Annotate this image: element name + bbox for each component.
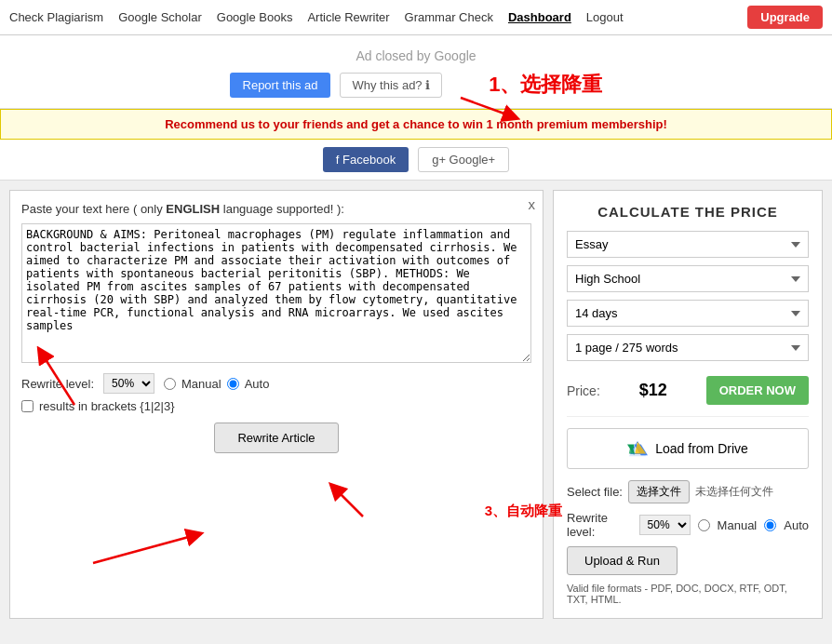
drive-icon — [627, 438, 648, 459]
manual-label2: Manual — [718, 518, 758, 532]
nav-dashboard[interactable]: Dashboard — [508, 10, 571, 24]
valid-formats-text: Valid file formats - PDF, DOC, DOCX, RTF… — [567, 583, 809, 605]
ad-closed-text: Ad closed by Google — [9, 48, 823, 63]
close-icon[interactable]: x — [529, 196, 536, 212]
nav-article-rewriter[interactable]: Article Rewriter — [307, 10, 389, 24]
nav-logout[interactable]: Logout — [586, 10, 624, 24]
promo-text: Recommend us to your friends and get a c… — [165, 117, 667, 131]
promo-banner: Recommend us to your friends and get a c… — [0, 109, 832, 140]
social-row: f Facebook g+ Google+ — [0, 140, 832, 181]
choose-file-button[interactable]: 选择文件 — [628, 480, 690, 503]
gplus-button[interactable]: g+ Google+ — [418, 147, 509, 172]
rewrite-article-button[interactable]: Rewrite Article — [214, 423, 338, 453]
rewrite-level-select[interactable]: 50% 30% 60% 70% 80% — [103, 373, 154, 394]
checkbox-row: results in brackets {1|2|3} — [21, 399, 531, 413]
auto-label: Auto — [245, 377, 270, 391]
price-value: $12 — [639, 381, 667, 400]
mode-radio-group: Manual Auto — [164, 377, 269, 391]
auto-radio2[interactable] — [764, 519, 776, 531]
ad-area: Ad closed by Google Report this ad Why t… — [0, 35, 832, 109]
text-input[interactable]: BACKGROUND & AIMS: Peritoneal macrophage… — [21, 223, 531, 363]
calc-title: CALCULATE THE PRICE — [567, 204, 809, 220]
select-file-label: Select file: — [567, 485, 623, 499]
education-level-select[interactable]: High School College University Master's … — [567, 265, 809, 292]
main-container: x Paste your text here ( only ENGLISH la… — [0, 181, 832, 628]
rewrite-level-label: Rewrite level: — [21, 377, 94, 391]
facebook-button[interactable]: f Facebook — [323, 147, 409, 172]
right-panel: CALCULATE THE PRICE Essay Research Paper… — [553, 190, 823, 619]
price-label: Price: — [567, 383, 600, 398]
deadline-select[interactable]: 14 days 7 days 5 days 3 days 2 days 1 da… — [567, 300, 809, 327]
upload-run-button[interactable]: Upload & Run — [567, 546, 678, 575]
auto-radio[interactable] — [227, 378, 239, 390]
brackets-checkbox[interactable] — [21, 400, 34, 412]
nav-grammar-check[interactable]: Grammar Check — [405, 10, 493, 24]
annotation-arrow-1: 1、选择降重 — [489, 71, 602, 99]
paper-type-select[interactable]: Essay Research Paper Term Paper Coursewo… — [567, 231, 809, 258]
ad-buttons: Report this ad Why this ad? ℹ 1、选择降重 — [9, 71, 823, 99]
rewrite-btn-row: Rewrite Article — [21, 423, 531, 453]
panel-divider — [567, 416, 809, 417]
price-row: Price: $12 ORDER NOW — [567, 376, 809, 405]
outer-wrapper: Check Plagiarism Google Scholar Google B… — [0, 0, 832, 628]
no-file-text: 未选择任何文件 — [695, 484, 773, 500]
manual-radio[interactable] — [164, 378, 176, 390]
nav-google-books[interactable]: Google Books — [217, 10, 293, 24]
load-from-drive-button[interactable]: Load from Drive — [567, 428, 809, 469]
nav-bar: Check Plagiarism Google Scholar Google B… — [0, 0, 832, 35]
report-ad-button[interactable]: Report this ad — [230, 73, 331, 98]
nav-google-scholar[interactable]: Google Scholar — [118, 10, 202, 24]
left-panel: x Paste your text here ( only ENGLISH la… — [9, 190, 543, 619]
load-drive-label: Load from Drive — [655, 441, 748, 456]
brackets-label: results in brackets {1|2|3} — [39, 399, 175, 413]
file-row: Select file: 选择文件 未选择任何文件 — [567, 480, 809, 503]
upgrade-button[interactable]: Upgrade — [747, 6, 823, 29]
rewrite-level-label2: Rewrite level: — [567, 511, 632, 539]
options-row: Rewrite level: 50% 30% 60% 70% 80% Manua… — [21, 373, 531, 394]
manual-radio2[interactable] — [698, 519, 710, 531]
manual-label: Manual — [181, 377, 221, 391]
panel-title: Paste your text here ( only ENGLISH lang… — [21, 202, 531, 216]
rewrite-level-select2[interactable]: 50% 30% 60% 70% — [639, 515, 691, 535]
nav-check-plagiarism[interactable]: Check Plagiarism — [9, 10, 103, 24]
why-ad-button[interactable]: Why this ad? ℹ — [340, 73, 442, 98]
order-now-button[interactable]: ORDER NOW — [706, 376, 809, 405]
rewrite-level-row: Rewrite level: 50% 30% 60% 70% Manual Au… — [567, 511, 809, 539]
auto-label2: Auto — [784, 518, 809, 532]
pages-select[interactable]: 1 page / 275 words 2 pages / 550 words 3… — [567, 334, 809, 361]
